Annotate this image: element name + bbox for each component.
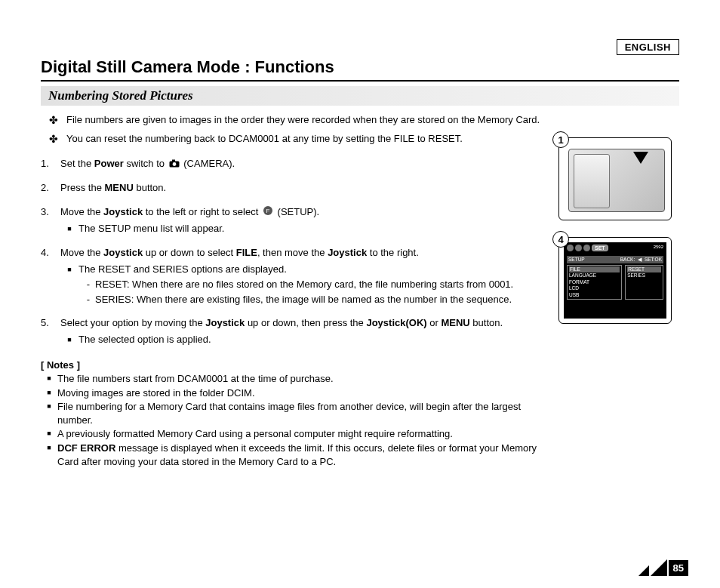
step-number: 5.	[41, 316, 60, 346]
step-3: 3. Move the Joystick to the left or righ…	[41, 205, 548, 236]
square-bullet-icon: ■	[41, 442, 57, 468]
step-bold: Joystick	[103, 247, 143, 258]
camera-illustration: 1	[558, 137, 679, 220]
content-column: ✤ File numbers are given to images in th…	[41, 113, 548, 468]
bullet-mark: ✤	[41, 113, 66, 128]
square-bullet-icon: ■	[41, 427, 57, 441]
step-text: Select your option by moving the	[60, 317, 205, 328]
square-bullet-icon: ■	[60, 222, 78, 236]
lcd-menu-item: SERIES	[627, 272, 645, 278]
step-1: 1. Set the Power switch to (CAMERA).	[41, 157, 548, 171]
note-item: ■ A previously formatted Memory Card usi…	[41, 427, 548, 441]
lcd-resolution: 2592	[654, 245, 663, 249]
note-item: ■ The file numbers start from DCAM0001 a…	[41, 372, 548, 386]
step-text: button.	[470, 317, 503, 328]
note-text: Moving images are stored in the folder D…	[57, 386, 255, 400]
step-text: up or down to select	[143, 247, 236, 258]
lcd-status: 2592	[654, 245, 663, 249]
camera-diagram	[558, 137, 672, 220]
arrow-down-icon	[633, 152, 648, 164]
step-4: 4. Move the Joystick up or down to selec…	[41, 246, 548, 306]
lcd-header-bar: SETUP BACK: ◀ SET:OK	[567, 256, 663, 263]
lcd-illustration: 4 SET 2592 SETUP BACK:	[558, 237, 679, 324]
note-item: ■ Moving images are stored in the folder…	[41, 386, 548, 400]
step-text: Move the	[60, 206, 103, 217]
note-text: A previously formatted Memory Card using…	[57, 427, 453, 441]
note-item: ■ File numbering for a Memory Card that …	[41, 400, 548, 426]
dash-mark: -	[82, 278, 95, 291]
page-title: Digital Still Camera Mode : Functions	[41, 57, 679, 77]
note-text: DCF ERROR message is displayed when it e…	[57, 442, 548, 468]
step-text: Press the	[60, 182, 105, 193]
sub-item: ■ The selected option is applied.	[60, 333, 548, 346]
language-badge: ENGLISH	[617, 39, 679, 55]
footer-triangle-icon	[651, 559, 667, 576]
dash-mark: -	[82, 293, 95, 306]
notes-header: [ Notes ]	[41, 359, 548, 372]
square-bullet-icon: ■	[41, 372, 57, 386]
note-text: The file numbers start from DCAM0001 at …	[57, 372, 334, 386]
bullet-mark: ✤	[41, 132, 66, 146]
dash-text: RESET: When there are no files stored on…	[95, 278, 513, 291]
lcd-set-pill: SET	[592, 245, 608, 251]
step-bold: Joystick	[103, 206, 143, 217]
dash-item: - SERIES: When there are existing files,…	[82, 293, 548, 306]
intro-item: ✤ You can reset the numbering back to DC…	[41, 132, 548, 146]
lcd-menu-left: FILE LANGUAGE FORMAT LCD USB	[567, 265, 622, 300]
footer-triangle-icon	[638, 565, 649, 576]
step-bold: Joystick(OK)	[366, 317, 426, 328]
step-bold: MENU	[441, 317, 469, 328]
illustration-column: 1 4 SET 2592	[558, 113, 679, 468]
page-number: 85	[669, 560, 688, 576]
intro-text: File numbers are given to images in the …	[66, 113, 540, 128]
page-footer: 85	[638, 559, 688, 576]
step-text: (CAMERA).	[183, 158, 235, 169]
step-bold: Joystick	[205, 317, 245, 328]
svg-text:F: F	[266, 208, 270, 214]
lcd-top-icons: SET	[567, 245, 663, 251]
step-5: 5. Select your option by moving the Joys…	[41, 316, 548, 346]
svg-point-2	[172, 162, 176, 166]
intro-text: You can reset the numbering back to DCAM…	[66, 132, 463, 146]
sub-text: The selected option is applied.	[78, 333, 211, 346]
sub-text: The SETUP menu list will appear.	[78, 222, 224, 236]
step-text: to the right.	[367, 247, 419, 258]
step-bold: FILE	[236, 247, 257, 258]
step-text: up or down, then press the	[245, 317, 366, 328]
step-2: 2. Press the MENU button.	[41, 181, 548, 195]
step-text: Set the	[60, 158, 94, 169]
sub-text: The RESET and SERIES options are display…	[78, 263, 287, 276]
lcd-menu-item: FORMAT	[569, 279, 589, 285]
step-badge-1: 1	[552, 131, 569, 148]
lcd-setok-label: SET:OK	[645, 257, 662, 262]
step-text: switch to	[124, 158, 168, 169]
step-number: 3.	[41, 205, 60, 236]
step-badge-4: 4	[552, 231, 569, 248]
title-rule	[41, 80, 679, 82]
square-bullet-icon: ■	[41, 386, 57, 400]
step-bold: Power	[94, 158, 124, 169]
square-bullet-icon: ■	[60, 263, 78, 276]
lcd-setup-label: SETUP	[568, 257, 585, 263]
step-text: , then move the	[257, 247, 328, 258]
step-bold: MENU	[105, 182, 134, 193]
square-bullet-icon: ■	[60, 333, 78, 346]
step-text: Move the	[60, 247, 103, 258]
step-number: 1.	[41, 157, 60, 171]
dash-item: - RESET: When there are no files stored …	[82, 278, 548, 291]
lcd-diagram: SET 2592 SETUP BACK: ◀ SET:OK	[558, 237, 672, 324]
square-bullet-icon: ■	[41, 400, 57, 426]
sub-item: ■ The SETUP menu list will appear.	[60, 222, 548, 236]
intro-item: ✤ File numbers are given to images in th…	[41, 113, 548, 128]
lcd-menu: FILE LANGUAGE FORMAT LCD USB RESET SERIE…	[567, 265, 663, 300]
svg-rect-1	[172, 159, 175, 162]
step-text: button.	[134, 182, 166, 193]
lcd-menu-right: RESET SERIES	[625, 265, 663, 300]
section-subtitle: Numbering Stored Pictures	[41, 86, 679, 106]
sub-item: ■ The RESET and SERIES options are displ…	[60, 263, 548, 276]
lcd-back-label: BACK:	[620, 257, 635, 262]
step-text: (SETUP).	[278, 206, 320, 217]
lcd-menu-item: FILE	[569, 266, 620, 272]
lcd-menu-item: RESET	[627, 266, 661, 272]
step-bold: Joystick	[328, 247, 367, 258]
